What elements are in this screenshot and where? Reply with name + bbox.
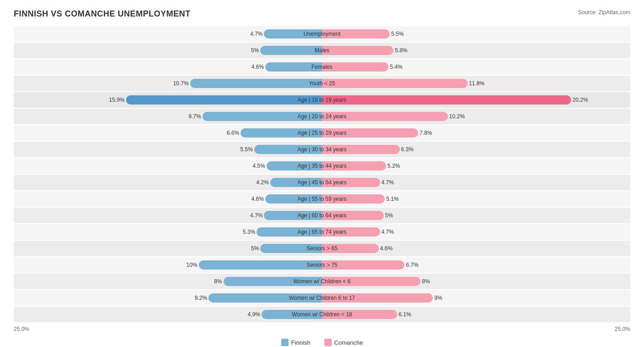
value-right: 5.8% [395, 47, 407, 54]
value-right: 6.3% [401, 146, 414, 153]
value-right: 10.2% [449, 113, 465, 120]
chart-row: Seniors > 75 10% 6.7% [14, 257, 630, 273]
row-inner: Women w/ Children 6 to 17 9.2% 9% [14, 290, 630, 306]
chart-row: Women w/ Children < 18 4.9% 6.1% [14, 307, 630, 322]
row-label: Age | 55 to 59 years [297, 196, 346, 202]
value-right: 5.2% [387, 163, 400, 169]
axis-label-left: 25.0% [14, 326, 29, 332]
chart-row: Unemployment 4.7% 5.5% [14, 26, 630, 42]
legend-item-finnish: Finnish [281, 339, 311, 346]
value-left: 9.2% [195, 295, 207, 301]
legend-box-comanche [324, 339, 332, 346]
row-label: Women w/ Children 6 to 17 [289, 295, 355, 301]
row-label: Age | 25 to 29 years [297, 130, 346, 136]
value-left: 4.5% [253, 163, 265, 169]
chart-title: FINNISH VS COMANCHE UNEMPLOYMENT [14, 9, 191, 19]
row-label: Age | 60 to 64 years [297, 212, 346, 219]
bar-left [260, 46, 322, 55]
value-right: 7.8% [420, 130, 432, 136]
bar-right [322, 95, 571, 105]
row-inner: Youth < 25 10.7% 11.8% [14, 76, 630, 91]
value-left: 4.7% [250, 212, 262, 219]
chart-row: Age | 25 to 29 years 6.6% 7.8% [14, 125, 630, 141]
chart-row: Age | 16 to 19 years 15.9% 20.2% [14, 92, 630, 108]
legend-item-comanche: Comanche [324, 339, 363, 346]
row-inner: Seniors > 75 10% 6.7% [14, 257, 630, 273]
value-right: 5.5% [391, 31, 404, 37]
chart-row: Females 4.6% 5.4% [14, 59, 630, 75]
row-label: Age | 20 to 24 years [297, 113, 346, 120]
value-left: 5% [251, 245, 259, 252]
value-left: 5.3% [243, 229, 255, 235]
value-right: 5% [385, 212, 393, 219]
chart-row: Age | 30 to 34 years 5.5% 6.3% [14, 142, 630, 157]
row-inner: Age | 20 to 24 years 9.7% 10.2% [14, 109, 630, 124]
chart-row: Age | 35 to 44 years 4.5% 5.2% [14, 158, 630, 174]
bar-left [190, 79, 322, 88]
chart-row: Age | 60 to 64 years 4.7% 5% [14, 208, 630, 223]
axis-label-right: 25.0% [615, 326, 630, 332]
row-label: Women w/ Children < 18 [292, 311, 352, 318]
value-right: 11.8% [469, 80, 485, 87]
value-left: 10% [186, 262, 197, 268]
row-inner: Age | 55 to 59 years 4.6% 5.1% [14, 191, 630, 207]
chart-row: Women w/ Children 6 to 17 9.2% 9% [14, 290, 630, 306]
bar-left [199, 260, 322, 270]
value-right: 6.7% [406, 262, 418, 268]
value-left: 4.6% [251, 196, 264, 202]
chart-header: FINNISH VS COMANCHE UNEMPLOYMENT Source:… [14, 9, 630, 19]
row-inner: Seniors > 65 5% 4.6% [14, 241, 630, 256]
row-label: Seniors > 75 [306, 262, 338, 268]
chart-source: Source: ZipAtlas.com [578, 9, 630, 16]
chart-row: Age | 65 to 74 years 5.3% 4.7% [14, 224, 630, 240]
row-inner: Unemployment 4.7% 5.5% [14, 26, 630, 42]
row-label: Youth < 25 [309, 80, 335, 87]
chart-area: Unemployment 4.7% 5.5% Males 5% 5.8% Fem… [14, 26, 630, 322]
row-label: Age | 45 to 54 years [297, 179, 346, 186]
value-right: 4.7% [382, 229, 394, 235]
row-label: Seniors > 65 [306, 245, 338, 252]
value-left: 8% [214, 278, 222, 285]
legend-label-comanche: Comanche [334, 339, 363, 346]
row-inner: Women w/ Children < 6 8% 8% [14, 274, 630, 289]
value-right: 4.7% [382, 179, 394, 186]
chart-container: FINNISH VS COMANCHE UNEMPLOYMENT Source:… [0, 0, 644, 347]
row-label: Women w/ Children < 6 [294, 278, 351, 285]
row-inner: Age | 35 to 44 years 4.5% 5.2% [14, 158, 630, 174]
bar-right [322, 79, 468, 88]
row-label: Age | 16 to 19 years [297, 97, 346, 103]
row-inner: Age | 60 to 64 years 4.7% 5% [14, 208, 630, 223]
chart-row: Seniors > 65 5% 4.6% [14, 241, 630, 256]
row-label: Males [315, 47, 329, 54]
row-label: Age | 65 to 74 years [297, 229, 346, 235]
value-left: 4.9% [248, 311, 260, 318]
value-right: 5.1% [386, 196, 398, 202]
legend: Finnish Comanche [14, 339, 630, 346]
row-inner: Males 5% 5.8% [14, 43, 630, 58]
value-left: 9.7% [189, 113, 201, 120]
row-inner: Age | 25 to 29 years 6.6% 7.8% [14, 125, 630, 141]
row-label: Age | 35 to 44 years [297, 163, 346, 169]
row-inner: Age | 45 to 54 years 4.2% 4.7% [14, 175, 630, 190]
row-inner: Women w/ Children < 18 4.9% 6.1% [14, 307, 630, 322]
chart-row: Women w/ Children < 6 8% 8% [14, 274, 630, 289]
bar-right [322, 46, 393, 55]
value-left: 4.6% [251, 64, 264, 70]
row-label: Age | 30 to 34 years [297, 146, 346, 153]
value-right: 20.2% [573, 97, 588, 103]
row-inner: Females 4.6% 5.4% [14, 59, 630, 75]
row-label: Females [311, 64, 333, 70]
legend-label-finnish: Finnish [291, 339, 311, 346]
value-right: 5.4% [390, 64, 402, 70]
value-left: 4.2% [257, 179, 269, 186]
chart-row: Males 5% 5.8% [14, 43, 630, 58]
row-label: Unemployment [304, 31, 341, 37]
bar-left [126, 95, 322, 105]
legend-box-finnish [281, 339, 289, 346]
value-right: 8% [422, 278, 430, 285]
value-right: 4.6% [380, 245, 393, 252]
chart-row: Age | 20 to 24 years 9.7% 10.2% [14, 109, 630, 124]
value-right: 9% [434, 295, 442, 301]
row-inner: Age | 30 to 34 years 5.5% 6.3% [14, 142, 630, 157]
chart-row: Age | 55 to 59 years 4.6% 5.1% [14, 191, 630, 207]
